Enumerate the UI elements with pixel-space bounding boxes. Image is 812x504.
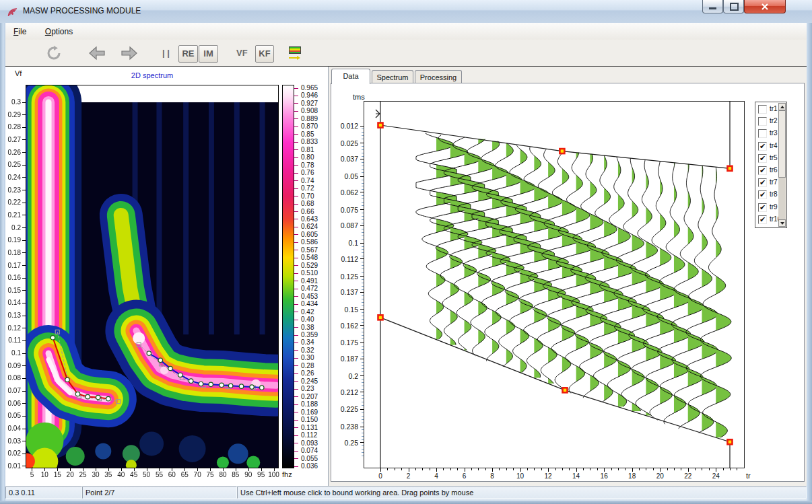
legend-item: ✔tr8 <box>755 188 778 201</box>
menu-options[interactable]: Options <box>42 26 75 38</box>
gather-x-tick <box>660 468 661 472</box>
colorbar-tick <box>294 142 298 143</box>
colorbar-tick <box>294 134 298 135</box>
colorbar-tick <box>294 118 298 119</box>
gather-y-minor-tick <box>362 386 364 386</box>
gather-y-minor-tick <box>362 452 364 453</box>
colorbar-tick <box>294 227 298 227</box>
colorbar-tick <box>294 343 298 343</box>
spec-y-tick <box>22 152 26 153</box>
gather-x-tick-label: 24 <box>709 472 722 480</box>
colorbar-tick <box>294 242 298 243</box>
gather-x-minor-tick <box>499 468 500 470</box>
colorbar-tick-label: 0.245 <box>301 377 318 385</box>
trace-label: tr7 <box>770 178 778 186</box>
gather-y-minor-tick <box>362 449 364 449</box>
gather-y-tick-label: 0.075 <box>333 206 358 214</box>
legend-scrollbar[interactable] <box>778 103 786 227</box>
spec-y-tick-label: 0.15 <box>1 287 21 294</box>
colorbar-tick-label: 0.188 <box>301 400 318 408</box>
forward-arrow-icon[interactable] <box>121 46 138 63</box>
scrollbar-thumb[interactable] <box>778 110 786 178</box>
trace-checkbox[interactable]: ✔ <box>758 203 767 212</box>
gather-y-tick <box>360 159 364 159</box>
trace-checkbox[interactable]: ✔ <box>758 166 767 175</box>
legend-item: ✔tr4 <box>755 140 778 152</box>
kf-button[interactable]: KF <box>255 45 274 63</box>
tab-data[interactable]: Data <box>331 69 370 84</box>
trace-checkbox[interactable] <box>758 105 767 114</box>
colorbar-tick-label: 0.78 <box>301 161 314 169</box>
gather-x-tick <box>409 468 409 472</box>
gather-x-axis-label: tr <box>746 472 751 480</box>
trace-checkbox[interactable]: ✔ <box>758 178 767 187</box>
legend-item: tr3 <box>755 127 778 139</box>
gather-y-tick-label: 0.1 <box>333 239 358 247</box>
gather-x-minor-tick <box>653 468 654 470</box>
colorbar-tick <box>294 273 298 274</box>
gather-y-minor-tick <box>362 229 364 229</box>
gather-x-minor-tick <box>730 468 731 470</box>
colorbar-tick <box>294 365 298 366</box>
colorbar-tick <box>294 211 298 212</box>
colorbar-tick-label: 0.567 <box>301 246 318 254</box>
colorbar-tick <box>294 427 298 428</box>
spectrum-heatmap-canvas[interactable] <box>26 85 278 468</box>
trace-checkbox[interactable] <box>758 117 767 126</box>
vf-button[interactable]: VF <box>236 48 248 58</box>
velocity-layers-icon[interactable] <box>289 46 301 54</box>
gather-x-tick-label: 12 <box>541 472 555 480</box>
trace-checkbox[interactable]: ✔ <box>758 154 767 163</box>
gather-y-minor-tick <box>362 412 364 413</box>
back-arrow-icon[interactable] <box>88 46 106 63</box>
spec-y-tick-label: 0.12 <box>1 324 21 332</box>
gather-y-minor-tick <box>362 249 364 250</box>
gather-y-minor-tick <box>362 283 364 283</box>
im-button[interactable]: IM <box>199 45 218 63</box>
gather-x-minor-tick <box>562 468 563 470</box>
re-button[interactable]: RE <box>178 45 198 63</box>
refresh-icon[interactable] <box>46 46 61 63</box>
scroll-down-icon[interactable] <box>778 219 786 227</box>
scroll-up-icon[interactable] <box>778 103 786 110</box>
tab-spectrum[interactable]: Spectrum <box>372 70 413 83</box>
colorbar-tick <box>294 258 298 258</box>
spec-y-tick <box>22 303 26 303</box>
window-frame-bottom <box>0 501 812 504</box>
spec-y-tick-label: 0.21 <box>1 211 21 219</box>
trace-checkbox[interactable]: ✔ <box>758 142 767 151</box>
maximize-button[interactable] <box>723 0 744 13</box>
colorbar-tick-label: 0.23 <box>301 385 314 392</box>
gather-y-tick-label: 0.05 <box>333 172 358 180</box>
spec-y-tick-label: 0.1 <box>1 349 21 357</box>
colorbar-tick <box>294 320 298 320</box>
trace-label: tr4 <box>770 142 778 149</box>
gather-y-minor-tick <box>362 402 364 402</box>
menu-file[interactable]: File <box>11 26 29 38</box>
gather-y-tick-label: 0.087 <box>333 221 358 229</box>
colorbar-tick-label: 0.40 <box>301 316 314 323</box>
gather-x-minor-tick <box>485 468 486 470</box>
gather-y-minor-tick <box>362 146 364 147</box>
trace-checkbox[interactable]: ✔ <box>758 215 767 224</box>
colorbar-tick <box>294 289 298 289</box>
colorbar-tick <box>294 335 298 336</box>
gather-y-minor-tick <box>362 416 364 417</box>
colorbar-tick-label: 0.38 <box>301 324 314 331</box>
gather-x-minor-tick <box>583 468 584 470</box>
trace-checkbox[interactable] <box>758 129 767 138</box>
gather-canvas[interactable] <box>364 102 744 468</box>
gather-y-minor-tick <box>362 286 364 287</box>
colorbar-tick <box>294 196 298 196</box>
colorbar-tick-label: 0.472 <box>301 285 318 292</box>
close-button[interactable] <box>744 0 786 13</box>
colorbar-tick <box>294 466 298 467</box>
minimize-button[interactable] <box>702 0 723 13</box>
gather-y-minor-tick <box>362 429 364 430</box>
colorbar-tick <box>294 250 298 250</box>
gather-y-tick-label: 0.125 <box>333 273 358 281</box>
menu-bar: File Options <box>1 23 811 40</box>
trace-checkbox[interactable]: ✔ <box>758 190 767 199</box>
tab-processing[interactable]: Processing <box>415 70 462 83</box>
gather-y-minor-tick <box>362 246 364 247</box>
